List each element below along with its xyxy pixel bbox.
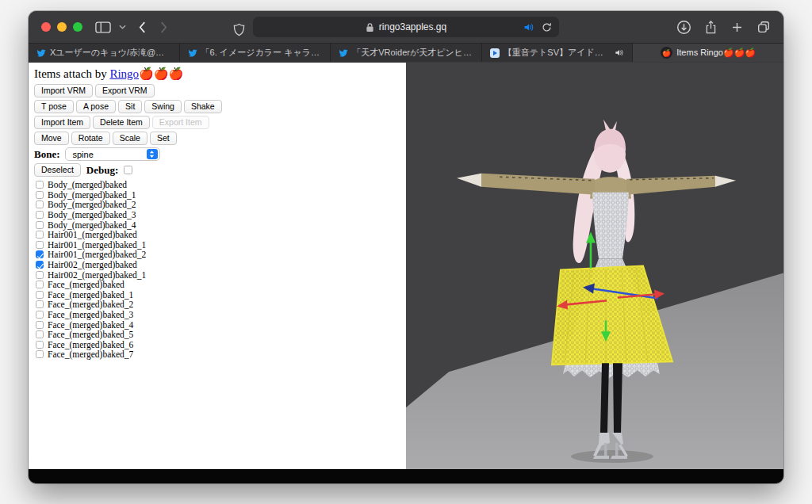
- mesh-label: Face_(merged)baked_3: [48, 310, 133, 319]
- zoom-window-button[interactable]: [73, 22, 82, 32]
- mesh-checkbox[interactable]: [36, 221, 44, 229]
- mesh-label: Face_(merged)baked_4: [48, 320, 133, 330]
- tab-label: Xユーザーのキョウ/赤滝@ロケット工房-F3...: [50, 47, 171, 59]
- set-button[interactable]: Set: [150, 132, 177, 145]
- mesh-label: Face_(merged)baked_7: [48, 349, 133, 359]
- app-panel: Items attach by Ringo🍎🍎🍎 Import VRM Expo…: [29, 63, 406, 469]
- tab-overview-icon[interactable]: [756, 17, 771, 36]
- mesh-label: Hair002_(merged)baked: [48, 260, 137, 269]
- selected-item-highlight[interactable]: [552, 266, 672, 365]
- mesh-label: Hair001_(merged)baked_2: [48, 250, 146, 259]
- viewport-3d[interactable]: [406, 63, 783, 469]
- new-tab-icon[interactable]: [730, 17, 744, 36]
- address-bar-right: [523, 17, 552, 37]
- share-icon[interactable]: [704, 17, 718, 36]
- mesh-checkbox[interactable]: [36, 321, 44, 329]
- mesh-row: Face_(merged)baked_2: [36, 300, 401, 310]
- mesh-checkbox[interactable]: [36, 191, 44, 199]
- mesh-checkbox[interactable]: [36, 271, 44, 279]
- page-bottom-bar: [29, 469, 783, 483]
- mesh-label: Body_(merged)baked_3: [48, 210, 136, 220]
- mesh-row: Hair002_(merged)baked_1: [36, 269, 401, 280]
- mesh-row: Body_(merged)baked: [36, 180, 401, 190]
- tab-label: 【重音テトSV】アイドル (YOASOBI / 推しの…: [504, 47, 611, 59]
- mesh-row: Hair002_(merged)baked: [36, 260, 401, 270]
- mesh-label: Body_(merged)baked_1: [48, 190, 136, 200]
- mesh-label: Hair002_(merged)baked_1: [48, 270, 146, 280]
- tab-video[interactable]: 【重音テトSV】アイドル (YOASOBI / 推しの…: [482, 44, 634, 62]
- mesh-checkbox[interactable]: [36, 231, 44, 239]
- mesh-checkbox[interactable]: [36, 281, 44, 288]
- tab-audio-mute-icon[interactable]: [523, 22, 534, 32]
- import-vrm-button[interactable]: Import VRM: [34, 84, 93, 97]
- back-icon[interactable]: [139, 17, 146, 36]
- twitter-icon: [339, 48, 348, 58]
- mesh-checkbox[interactable]: [36, 261, 44, 269]
- deselect-button[interactable]: Deselect: [34, 163, 81, 177]
- forward-icon[interactable]: [160, 17, 167, 36]
- page-title: Items attach by Ringo🍎🍎🍎: [34, 67, 401, 81]
- select-stepper-icon: [147, 149, 158, 159]
- twitter-icon: [36, 48, 46, 58]
- mesh-checkbox[interactable]: [36, 350, 44, 358]
- mesh-checkbox[interactable]: [36, 211, 44, 219]
- mesh-checkbox[interactable]: [36, 200, 44, 208]
- bone-row: Bone: spine: [34, 147, 401, 161]
- address-bar[interactable]: ringo3apples.gq: [253, 17, 559, 37]
- title-apples: 🍎🍎🍎: [139, 67, 183, 80]
- mesh-checkbox[interactable]: [36, 241, 44, 249]
- mesh-label: Face_(merged)baked_1: [48, 290, 133, 300]
- sit-button[interactable]: Sit: [118, 100, 142, 113]
- delete-item-button[interactable]: Delete Item: [93, 116, 150, 129]
- tab-audio-icon[interactable]: [615, 48, 624, 57]
- mesh-checkbox[interactable]: [36, 341, 44, 349]
- t-pose-button[interactable]: T pose: [34, 100, 74, 113]
- privacy-shield-icon[interactable]: [233, 20, 245, 39]
- import-item-button[interactable]: Import Item: [34, 116, 90, 129]
- mesh-label: Face_(merged)baked_6: [48, 340, 133, 349]
- close-window-button[interactable]: [41, 22, 51, 32]
- mesh-list: Body_(merged)bakedBody_(merged)baked_1Bo…: [34, 180, 401, 360]
- bone-select[interactable]: spine: [65, 147, 160, 161]
- lock-icon: [366, 22, 374, 32]
- pose-button-row: T pose A pose Sit Swing Shake: [34, 100, 401, 113]
- mesh-checkbox[interactable]: [36, 250, 44, 258]
- tab-twitter-3[interactable]: 「天才VRoiderが天才ピンヒールを作っていら…: [331, 44, 482, 62]
- sidebar-toggle-icon[interactable]: [95, 17, 111, 36]
- tab-items-ringo[interactable]: 🍎 Items Ringo🍎🍎🍎: [633, 44, 783, 62]
- mesh-label: Face_(merged)baked_5: [48, 330, 133, 339]
- mesh-checkbox[interactable]: [36, 181, 44, 189]
- reload-icon[interactable]: [542, 22, 552, 32]
- debug-checkbox[interactable]: [124, 166, 132, 174]
- mesh-row: Body_(merged)baked_3: [36, 210, 401, 220]
- apple-icon: 🍎: [661, 47, 672, 59]
- tab-twitter-2[interactable]: 「6. イメージカラー キャラごとに設定されて…: [180, 44, 331, 62]
- page-content: Items attach by Ringo🍎🍎🍎 Import VRM Expo…: [29, 63, 783, 469]
- downloads-icon[interactable]: [676, 17, 691, 36]
- export-vrm-button[interactable]: Export VRM: [95, 84, 155, 97]
- minimize-window-button[interactable]: [57, 22, 67, 32]
- mesh-row: Hair001_(merged)baked_2: [36, 250, 401, 260]
- swing-button[interactable]: Swing: [144, 100, 182, 113]
- a-pose-button[interactable]: A pose: [76, 100, 116, 113]
- mesh-row: Hair001_(merged)baked_1: [36, 240, 401, 250]
- mesh-label: Hair001_(merged)baked: [48, 230, 137, 239]
- tab-twitter-1[interactable]: Xユーザーのキョウ/赤滝@ロケット工房-F3...: [29, 44, 180, 62]
- browser-toolbar: ringo3apples.gq: [29, 11, 783, 43]
- mesh-label: Hair001_(merged)baked_1: [48, 240, 146, 250]
- video-site-icon: [490, 48, 500, 58]
- mesh-checkbox[interactable]: [36, 291, 44, 299]
- chevron-down-icon[interactable]: [119, 17, 126, 36]
- mesh-row: Body_(merged)baked_2: [36, 200, 401, 210]
- mesh-checkbox[interactable]: [36, 330, 44, 338]
- shake-button[interactable]: Shake: [184, 100, 222, 113]
- mesh-checkbox[interactable]: [36, 300, 44, 308]
- safari-window: ringo3apples.gq: [29, 11, 783, 483]
- scale-button[interactable]: Scale: [113, 132, 147, 145]
- rotate-button[interactable]: Rotate: [71, 132, 110, 145]
- mesh-checkbox[interactable]: [36, 311, 44, 319]
- ringo-link[interactable]: Ringo: [109, 67, 139, 80]
- mesh-row: Face_(merged)baked_1: [36, 290, 401, 300]
- move-button[interactable]: Move: [34, 132, 69, 145]
- export-item-button[interactable]: Export Item: [152, 116, 209, 129]
